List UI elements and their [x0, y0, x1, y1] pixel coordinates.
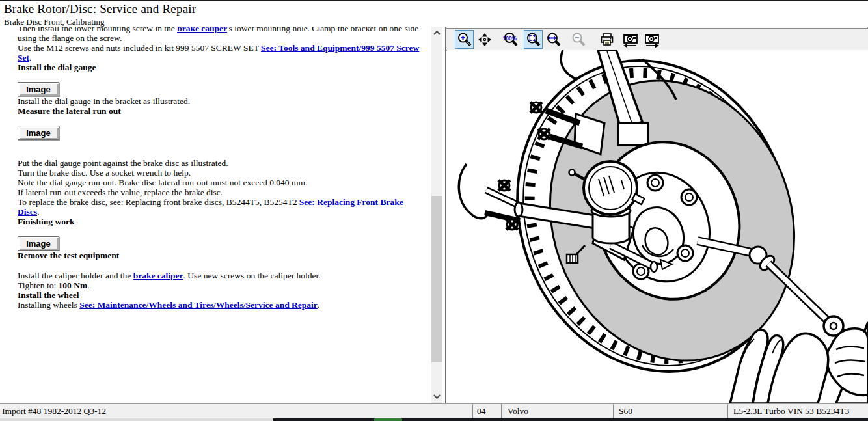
status-cell-code: 04	[472, 404, 501, 418]
heading-install-dial-gauge: Install the dial gauge	[18, 62, 425, 72]
scroll-up-button[interactable]	[431, 27, 442, 38]
next-image-button[interactable]	[642, 30, 661, 49]
scroll-down-button[interactable]	[431, 390, 442, 402]
zoom-out-button[interactable]	[569, 30, 588, 49]
previous-image-button[interactable]	[621, 30, 640, 49]
image-viewer-toolbar: 100%	[446, 28, 868, 51]
image-button[interactable]: Image	[18, 236, 59, 251]
page-subtitle: Brake Disc Front, Calibrating	[4, 17, 105, 27]
zoom-out-icon	[571, 32, 586, 48]
wheels-service-link[interactable]: See: Maintenance/Wheels and Tires/Wheels…	[79, 300, 318, 310]
brake-disc-illustration	[447, 50, 868, 403]
status-bar: Import #48 1982-2012 Q3-12 04 Volvo S60 …	[0, 403, 868, 419]
image-button[interactable]: Image	[18, 82, 59, 96]
next-image-icon	[644, 31, 660, 48]
zoom-100-button[interactable]: 100%	[500, 30, 519, 49]
brake-caliper-link[interactable]: brake caliper	[133, 271, 183, 280]
paragraph-install-wheel: Installing wheels See: Maintenance/Wheel…	[18, 300, 425, 310]
heading-measure-runout: Measure the lateral run out	[18, 106, 425, 116]
paragraph-install-gauge: Install the dial gauge in the bracket as…	[18, 96, 425, 106]
taskbar-edge	[0, 418, 868, 421]
svg-text:100%: 100%	[502, 34, 517, 41]
left-pane-scrollbar[interactable]	[431, 27, 442, 403]
fit-width-icon	[546, 32, 562, 48]
paragraph-mounting-screw: Then install the lower mounting screw in…	[18, 27, 425, 43]
paragraph-screw-set: Use the M12 screws and nuts included in …	[18, 43, 425, 62]
heading-remove-test-equipment: Remove the test equipment	[18, 251, 425, 260]
previous-image-icon	[622, 31, 639, 48]
print-button[interactable]	[597, 30, 616, 49]
zoom-in-icon	[457, 32, 472, 48]
pan-icon	[477, 32, 493, 48]
status-cell-make: Volvo	[501, 404, 613, 418]
image-viewer-canvas[interactable]	[447, 50, 868, 403]
brake-caliper-link[interactable]: brake caliper	[177, 27, 227, 33]
zoom-100-icon: 100%	[502, 32, 519, 48]
fit-window-icon	[526, 32, 541, 48]
torque-value: 100 Nm	[59, 280, 88, 290]
image-button[interactable]: Image	[18, 126, 59, 140]
fit-width-button[interactable]	[544, 30, 563, 49]
pane-divider	[445, 27, 446, 403]
document-header: Brake Rotor/Disc: Service and Repair Bra…	[0, 1, 868, 27]
status-cell-model: S60	[613, 404, 727, 418]
heading-finishing-work: Finishing work	[18, 217, 425, 226]
page-title: Brake Rotor/Disc: Service and Repair	[4, 2, 196, 16]
paragraph-runout-steps: Put the dial gauge point against the bra…	[18, 158, 425, 217]
zoom-in-button[interactable]	[455, 30, 474, 49]
chevron-down-icon	[433, 394, 441, 399]
app-window: Brake Rotor/Disc: Service and Repair Bra…	[0, 0, 868, 421]
procedure-text-pane[interactable]: Then install the lower mounting screw in…	[0, 27, 431, 403]
heading-install-wheel: Install the wheel	[18, 290, 425, 300]
status-cell-engine: L5-2.3L Turbo VIN 53 B5234T3	[727, 404, 868, 418]
pan-button[interactable]	[475, 30, 494, 49]
print-icon	[599, 32, 615, 48]
chevron-up-icon	[433, 31, 441, 35]
fit-window-button[interactable]	[524, 30, 543, 49]
paragraph-caliper-install: Install the caliper holder and the brake…	[18, 271, 425, 290]
scrollbar-thumb[interactable]	[431, 196, 442, 362]
status-import-info: Import #48 1982-2012 Q3-12	[2, 406, 106, 416]
